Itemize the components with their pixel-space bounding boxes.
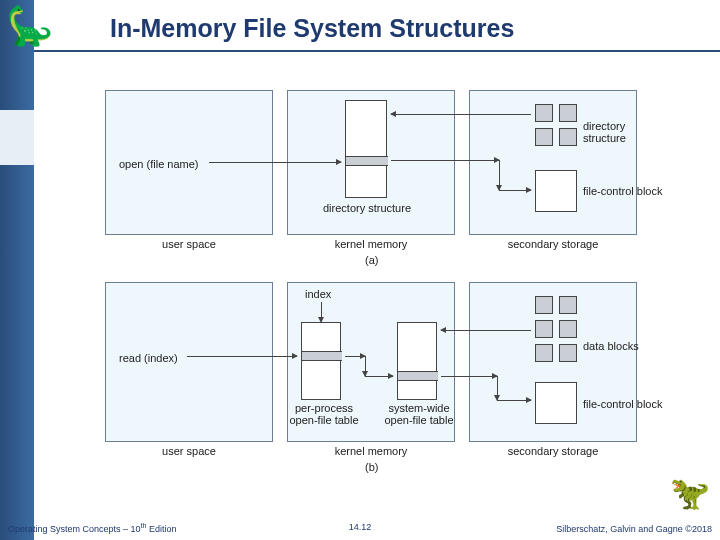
disk-dir-block — [559, 128, 577, 146]
arrow-to-fcb-a — [499, 190, 531, 191]
arrow-pp-to-sw-v — [365, 356, 366, 376]
label-perprocess: per-process open-file table — [289, 402, 359, 426]
box-fcb-b — [535, 382, 577, 424]
box-systemwide — [397, 322, 437, 400]
dinosaur-icon: 🦕 — [6, 4, 53, 48]
arrow-pp-to-sw-h2 — [365, 376, 393, 377]
caption-a: (a) — [365, 254, 378, 266]
label-systemwide: system-wide open-file table — [383, 402, 455, 426]
diagram-area: open (file name) directory structure dir… — [105, 80, 665, 480]
label-storage-dirstruct: directory structure — [583, 120, 665, 144]
arrow-sw-to-fcb-h1 — [441, 376, 497, 377]
disk-data-block — [559, 344, 577, 362]
label-kernel-dirstruct: directory structure — [317, 202, 417, 214]
title-underline — [34, 50, 720, 52]
arrow-read-to-pp — [187, 356, 297, 357]
label-col-kernel-b: kernel memory — [287, 445, 455, 457]
footer-left: Operating System Concepts – 10th Edition — [8, 522, 176, 534]
footer-right: Silberschatz, Galvin and Gagne ©2018 — [556, 524, 712, 534]
disk-data-block — [535, 296, 553, 314]
label-data-blocks: data blocks — [583, 340, 639, 352]
arrow-open-to-dir — [209, 162, 341, 163]
label-col-storage-b: secondary storage — [469, 445, 637, 457]
label-col-userspace-a: user space — [105, 238, 273, 250]
disk-dir-block — [559, 104, 577, 122]
arrow-pp-to-sw-h1 — [345, 356, 365, 357]
sidebar-stripe — [0, 0, 34, 540]
box-fcb-a — [535, 170, 577, 212]
disk-dir-block — [535, 104, 553, 122]
arrow-sw-to-fcb-h2 — [497, 400, 531, 401]
arrow-seg1 — [391, 160, 499, 161]
arrow-index-down — [321, 302, 322, 322]
arrow-data-to-sw — [441, 330, 531, 331]
caption-b: (b) — [365, 461, 378, 473]
disk-data-block — [559, 296, 577, 314]
sidebar-accent — [0, 110, 34, 165]
box-kernel-dirstruct — [345, 100, 387, 198]
box-perprocess — [301, 322, 341, 400]
disk-data-block — [535, 344, 553, 362]
disk-data-block — [535, 320, 553, 338]
slide-title: In-Memory File System Structures — [110, 14, 514, 43]
arrow-sw-to-fcb-v — [497, 376, 498, 400]
label-col-storage-a: secondary storage — [469, 238, 637, 250]
label-fcb-a: file-control block — [583, 185, 662, 197]
dinosaur-icon: 🦖 — [670, 474, 710, 512]
label-fcb-b: file-control block — [583, 398, 662, 410]
disk-dir-block — [535, 128, 553, 146]
label-index: index — [305, 288, 331, 300]
label-open-call: open (file name) — [119, 158, 199, 170]
label-col-userspace-b: user space — [105, 445, 273, 457]
footer: Operating System Concepts – 10th Edition… — [8, 522, 712, 534]
arrow-seg2 — [499, 160, 500, 190]
arrow-dir-from-storage — [391, 114, 531, 115]
label-col-kernel-a: kernel memory — [287, 238, 455, 250]
footer-page: 14.12 — [349, 522, 372, 532]
disk-data-block — [559, 320, 577, 338]
label-read-call: read (index) — [119, 352, 178, 364]
